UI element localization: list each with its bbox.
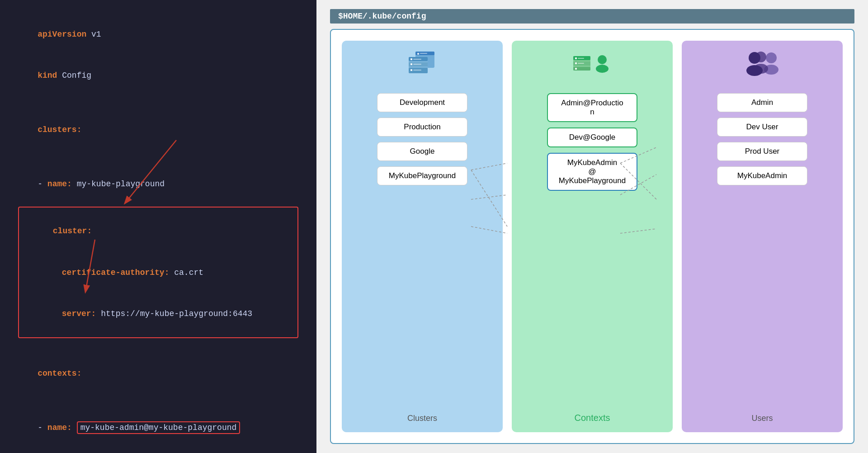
- clusters-column: Development Production Google MyKubePlay…: [342, 41, 503, 432]
- svg-point-28: [766, 52, 777, 63]
- clusters-label: Clusters: [407, 414, 437, 423]
- code-panel: apiVersion v1 kind Config clusters: - na…: [0, 0, 316, 453]
- diagram-container: Development Production Google MyKubePlay…: [330, 29, 854, 444]
- cluster-mykubeplayground: MyKubePlayground: [377, 166, 467, 185]
- user-admin: Admin: [717, 93, 807, 112]
- svg-rect-15: [410, 69, 412, 71]
- user-dev: Dev User: [717, 118, 807, 137]
- cluster-google: Google: [377, 142, 467, 161]
- config-label: $HOME/.kube/config: [330, 9, 854, 24]
- cluster-box: cluster: certificate-authority: ca.crt s…: [18, 207, 298, 338]
- right-panel: $HOME/.kube/config: [316, 0, 868, 453]
- users-icon-purple: [742, 48, 783, 86]
- svg-rect-23: [578, 63, 584, 64]
- context-name-line: - name: my-kube-admin@my-kube-playground: [18, 407, 298, 448]
- users-label: Users: [751, 414, 773, 423]
- svg-point-32: [749, 52, 760, 64]
- svg-point-33: [746, 65, 763, 76]
- svg-rect-16: [413, 70, 421, 71]
- server-icon-green: [570, 48, 615, 86]
- cluster-name-line: - name: my-kube-playground: [18, 163, 298, 205]
- svg-point-27: [596, 65, 609, 73]
- context-mykubeadmin: MyKubeAdmin@MyKubePlayground: [547, 153, 637, 191]
- clusters-key: clusters:: [18, 109, 298, 151]
- line-apiversion: apiVersion v1: [18, 14, 298, 55]
- svg-rect-9: [410, 58, 412, 60]
- cluster-development: Development: [377, 93, 467, 112]
- line-kind: kind Config: [18, 55, 298, 97]
- context-admin-production: Admin@Production: [547, 93, 637, 122]
- user-mykubeadmin: MyKubeAdmin: [717, 166, 807, 185]
- contexts-column: Admin@Production Dev@Google MyKubeAdmin@…: [512, 41, 673, 432]
- server-icon-blue: [404, 48, 440, 86]
- cluster-production: Production: [377, 118, 467, 137]
- svg-rect-25: [575, 68, 577, 70]
- svg-rect-22: [575, 62, 577, 64]
- contexts-key: contexts:: [18, 353, 298, 394]
- svg-point-26: [598, 55, 607, 64]
- svg-rect-10: [413, 59, 421, 60]
- contexts-label: Contexts: [575, 413, 610, 423]
- users-column: Admin Dev User Prod User MyKubeAdmin Use…: [682, 41, 843, 432]
- user-prod: Prod User: [717, 142, 807, 161]
- svg-rect-5: [417, 53, 419, 55]
- svg-rect-19: [575, 57, 577, 59]
- svg-rect-6: [420, 53, 427, 54]
- context-dev-google: Dev@Google: [547, 127, 637, 147]
- svg-rect-20: [578, 58, 584, 59]
- svg-rect-12: [410, 63, 412, 65]
- svg-rect-13: [413, 64, 421, 65]
